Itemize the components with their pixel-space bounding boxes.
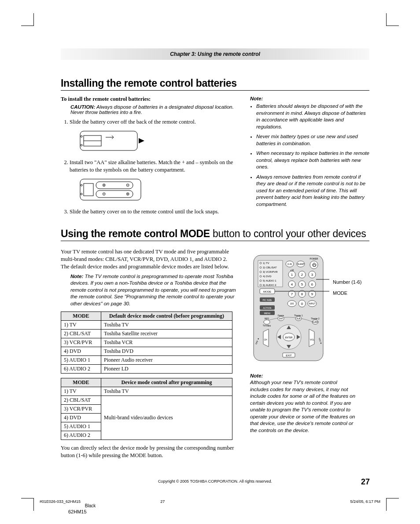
cell: 2) CBL/SAT — [61, 330, 101, 338]
cell: 3) VCR/PVR — [61, 405, 101, 414]
crop-mark-icon — [21, 13, 34, 26]
cell: 6) AUDIO 2 — [61, 365, 101, 374]
crop-mark-icon — [21, 498, 34, 511]
caution-note: CAUTION: Always dispose of batteries in … — [70, 104, 237, 115]
inline-note: Note: The TV remote control is preprogra… — [70, 273, 237, 308]
cell-merged: Multi-brand video/audio devices — [101, 396, 232, 440]
svg-text:MENU: MENU — [264, 312, 271, 315]
cell: Toshiba TV — [101, 321, 232, 330]
footer: Copyright © 2005 TOSHIBA CORPORATION. Al… — [61, 479, 369, 484]
svg-text:6: 6 — [311, 282, 313, 286]
caution-label: CAUTION: — [70, 104, 95, 110]
note-text: Although your new TV's remote control in… — [250, 379, 356, 434]
svg-text:SURR: SURR — [313, 321, 319, 323]
table-row: 6) AUDIO 2Pioneer LD — [61, 365, 232, 374]
svg-text:100: 100 — [290, 302, 294, 305]
svg-text:VOL: VOL — [310, 338, 314, 341]
table-row: 2) CBL/SATToshiba Satellite receiver — [61, 330, 232, 338]
svg-text:(1-6): (1-6) — [287, 263, 292, 265]
svg-text:INPUT: INPUT — [309, 302, 316, 305]
cell: 1) TV — [61, 387, 101, 396]
svg-text:9: 9 — [311, 292, 313, 296]
section-title-1: Installing the remote control batteries — [61, 77, 369, 89]
svg-rect-9 — [84, 183, 93, 196]
note-block: Note: Batteries should always be dispose… — [250, 96, 369, 208]
cell: 4) DVD — [61, 414, 101, 422]
left-column: To install the remote control batteries:… — [61, 96, 237, 219]
cell: Pioneer Audio receiver — [101, 356, 232, 365]
note-list: Batteries should always be disposed of w… — [250, 103, 369, 208]
svg-text:0: 0 — [301, 302, 303, 306]
svg-text:PIC SIZE: PIC SIZE — [263, 299, 273, 301]
battery-cover-diagram-icon — [79, 128, 237, 155]
step-3: Slide the battery cover on to the remote… — [70, 208, 237, 216]
closing-paragraph: You can directly select the device mode … — [61, 444, 237, 459]
two-column-layout: To install the remote control batteries:… — [61, 96, 369, 219]
svg-text:6) AUDIO 2: 6) AUDIO 2 — [263, 284, 276, 286]
print-metadata-row-2: Black 62HM15 — [68, 503, 112, 514]
print-page: 27 — [160, 499, 165, 504]
svg-text:2) CBL/SAT: 2) CBL/SAT — [263, 266, 277, 269]
title-part-light: button to control your other devices — [210, 228, 366, 239]
cell: Toshiba TV — [101, 387, 232, 396]
svg-text:INFO: INFO — [265, 318, 269, 320]
svg-point-26 — [260, 280, 262, 282]
table-row: 3) VCR/PVRToshiba VCR — [61, 338, 232, 347]
svg-text:SUB: SUB — [296, 318, 300, 320]
step-2: Install two "AA" size alkaline batteries… — [70, 159, 237, 205]
note-block-2: Note: Although your new TV's remote cont… — [250, 373, 356, 434]
two-column-layout: Your TV remote control has one dedicated… — [61, 246, 369, 461]
cell: 5) AUDIO 1 — [61, 422, 101, 431]
caution-text: Always dispose of batteries in a designa… — [70, 104, 234, 115]
section-title-2: Using the remote control MODE button to … — [61, 228, 369, 240]
default-mode-table: MODE Default device mode control (before… — [61, 311, 232, 374]
svg-text:ACTION: ACTION — [263, 307, 272, 309]
cell: 6) AUDIO 2 — [61, 431, 101, 440]
step-text: Install two "AA" size alkaline batteries… — [70, 159, 233, 173]
crop-mark-icon — [386, 13, 399, 26]
cell: Pioneer LD — [101, 365, 232, 374]
cell: 1) TV — [61, 321, 101, 330]
right-column: Note: Batteries should always be dispose… — [250, 96, 369, 219]
svg-text:⊕: ⊕ — [102, 183, 106, 187]
note-item: Batteries should always be disposed of w… — [256, 103, 369, 130]
table-header: MODE — [61, 312, 101, 321]
cell: Toshiba VCR — [101, 338, 232, 347]
cell: 2) CBL/SAT — [61, 396, 101, 405]
crop-mark-icon — [386, 498, 399, 511]
title-part-mode: MODE — [180, 228, 210, 239]
table-row: 5) AUDIO 1Pioneer Audio receiver — [61, 356, 232, 365]
note-item: Never mix battery types or use new and u… — [256, 133, 369, 147]
svg-text:⊖: ⊖ — [102, 191, 106, 196]
svg-text:POWER: POWER — [310, 257, 318, 260]
svg-point-24 — [260, 275, 262, 277]
svg-text:1) TV: 1) TV — [263, 262, 269, 264]
note-item: Always remove batteries from remote cont… — [256, 174, 369, 208]
remote-control-icon: 1) TV 2) CBL/SAT 3) VCR/PVR 4) DVD 5) AU… — [250, 253, 329, 363]
table-row: 1) TVToshiba TV — [61, 321, 232, 330]
svg-text:SAP: SAP — [279, 318, 283, 320]
battery-install-diagram-icon: ⊕ ⊖ ⊖ ⊕ — [79, 176, 237, 205]
steps-list: Slide the battery cover off the back of … — [61, 118, 237, 216]
intro-paragraph: Your TV remote control has one dedicated… — [61, 248, 237, 271]
chapter-header: Chapter 3: Using the remote control — [61, 48, 369, 60]
svg-text:⊖: ⊖ — [126, 183, 129, 187]
print-date: 5/24/05, 6:17 PM — [350, 499, 380, 504]
copyright: Copyright © 2005 TOSHIBA CORPORATION. Al… — [158, 479, 272, 484]
svg-text:5) AUDIO 1: 5) AUDIO 1 — [263, 279, 276, 282]
cell: 3) VCR/PVR — [61, 338, 101, 347]
page-number: 27 — [361, 477, 370, 487]
svg-text:5: 5 — [301, 282, 303, 286]
svg-text:ENTER: ENTER — [285, 336, 293, 339]
svg-point-22 — [260, 271, 262, 273]
callout-number: Number (1-6) — [333, 279, 361, 285]
svg-marker-5 — [139, 138, 144, 143]
step-text: Slide the battery cover off the back of … — [70, 119, 196, 125]
subheading: To install the remote control batteries: — [61, 96, 237, 103]
svg-text:7: 7 — [291, 292, 293, 296]
table-row: 2) CBL/SATMulti-brand video/audio device… — [61, 396, 232, 405]
svg-text:1: 1 — [291, 273, 293, 277]
svg-text:3) VCR/PVR: 3) VCR/PVR — [263, 271, 278, 273]
note-title: Note: — [250, 373, 356, 378]
print-model: 62HM15 — [68, 509, 112, 514]
